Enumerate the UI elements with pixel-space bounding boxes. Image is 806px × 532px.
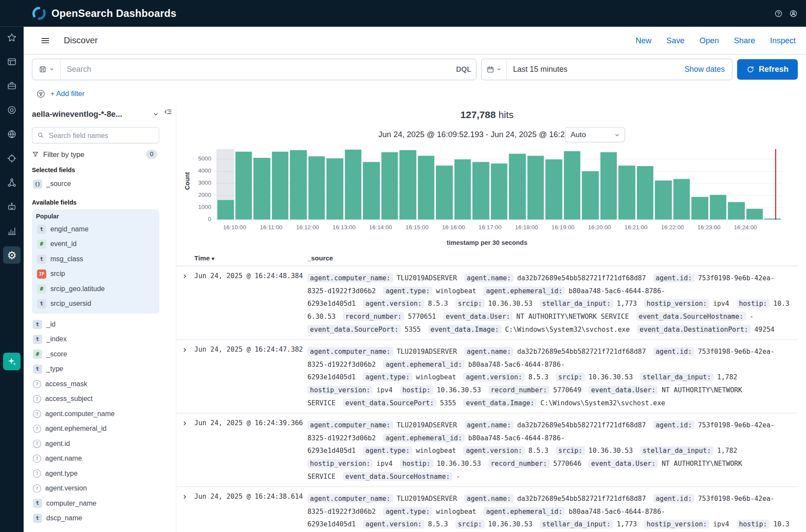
robot-icon[interactable] — [3, 198, 20, 215]
histogram-bar[interactable] — [710, 195, 726, 220]
histogram-bar[interactable] — [454, 160, 471, 220]
time-column-header[interactable]: Time ▾ — [194, 254, 214, 262]
field-item[interactable]: tmsg_class — [36, 251, 155, 266]
user-icon[interactable] — [787, 8, 799, 19]
histogram-bar[interactable] — [636, 166, 653, 220]
histogram-bar[interactable] — [655, 181, 672, 220]
field-item[interactable]: ?agent.computer_name — [32, 406, 160, 421]
sparkle-icon[interactable] — [3, 353, 20, 370]
field-item[interactable]: tdscp_name — [32, 510, 160, 525]
field-item[interactable]: ?agent.ephemeral_id — [32, 421, 160, 436]
doc-field-value: 8.5.3 — [428, 520, 448, 528]
histogram-bar[interactable] — [363, 162, 380, 219]
menu-hamburger-icon[interactable] — [40, 35, 51, 45]
filter-circle-icon[interactable] — [36, 89, 46, 99]
rings-icon[interactable] — [3, 101, 20, 119]
globe-icon[interactable] — [3, 125, 20, 143]
field-item[interactable]: ?agent.id — [32, 436, 160, 451]
saved-query-button[interactable] — [32, 59, 61, 80]
field-item[interactable]: IPsrcip — [36, 266, 155, 281]
index-pattern-selector[interactable]: aella-wineventlog-*-8e... — [32, 106, 160, 122]
app-nav-sidebar: ⚙ — [0, 27, 24, 532]
histogram-bar[interactable] — [473, 162, 489, 219]
histogram-bar[interactable] — [746, 208, 763, 219]
help-icon[interactable] — [773, 8, 784, 19]
field-search-input[interactable] — [48, 131, 154, 140]
gear-icon[interactable]: ⚙ — [3, 246, 20, 263]
header-icons — [773, 8, 799, 19]
histogram-bar[interactable] — [673, 179, 690, 220]
search-input[interactable] — [61, 65, 451, 74]
field-item[interactable]: ?agent.type — [32, 466, 160, 481]
share-button[interactable]: Share — [734, 36, 755, 45]
histogram-bar[interactable] — [728, 202, 745, 220]
network-icon[interactable] — [3, 174, 20, 191]
field-item[interactable]: tengid_name — [36, 221, 155, 236]
field-item[interactable]: #srcip_geo.latitude — [36, 281, 155, 296]
field-item[interactable]: #event_id — [36, 237, 155, 251]
field-item[interactable]: ?agent.version — [32, 481, 160, 496]
refresh-button[interactable]: Refresh — [737, 59, 798, 80]
collapse-sidebar-icon[interactable] — [163, 107, 172, 116]
expand-doc-icon[interactable] — [182, 420, 188, 426]
field-item[interactable]: t_index — [32, 332, 160, 346]
histogram-bar[interactable] — [527, 156, 544, 219]
field-item[interactable]: {}_source — [32, 176, 160, 191]
histogram-bar[interactable] — [308, 157, 325, 220]
field-item[interactable]: t_type — [32, 362, 160, 376]
crosshair-icon[interactable] — [3, 150, 20, 167]
field-item[interactable]: tcomputer_name — [32, 496, 160, 510]
doc-field-name: agent.name: — [464, 420, 513, 429]
field-item[interactable]: #_score — [32, 346, 160, 361]
histogram-bar[interactable] — [418, 156, 435, 219]
histogram-bar[interactable] — [691, 197, 708, 220]
doc-table-body: Jun 24, 2025 @ 16:24:48.384agent.compute… — [176, 266, 798, 532]
board-icon[interactable] — [3, 53, 20, 70]
field-item[interactable]: t_id — [32, 317, 160, 331]
histogram-bar[interactable] — [345, 150, 362, 219]
opensearch-logo-icon — [32, 6, 46, 20]
histogram-bar[interactable] — [600, 152, 617, 220]
field-type-badge: t — [33, 513, 42, 522]
save-button[interactable]: Save — [666, 36, 684, 45]
field-item[interactable]: ?access_subject — [32, 391, 160, 406]
expand-doc-icon[interactable] — [182, 494, 188, 500]
field-item[interactable]: ?agent.name — [32, 451, 160, 466]
bar-chart-icon[interactable] — [3, 222, 20, 240]
histogram-bar[interactable] — [326, 158, 343, 220]
histogram-bar[interactable] — [546, 160, 563, 220]
field-item[interactable]: tsrcip_usersid — [36, 296, 155, 311]
time-range-value[interactable]: Last 15 minutes — [507, 65, 684, 74]
histogram-bar[interactable] — [400, 151, 416, 220]
doc-field-name: agent.id: — [653, 420, 694, 429]
toolbox-icon[interactable] — [3, 77, 20, 94]
chevron-down-icon — [152, 111, 160, 118]
histogram-bar[interactable] — [491, 163, 508, 219]
histogram-bar[interactable] — [564, 151, 581, 220]
calendar-button[interactable] — [482, 59, 507, 80]
histogram-bar[interactable] — [618, 166, 635, 220]
histogram-bar[interactable] — [217, 200, 234, 220]
histogram-bar[interactable] — [582, 171, 599, 219]
open-button[interactable]: Open — [700, 36, 719, 45]
histogram-bar[interactable] — [509, 154, 526, 220]
interval-select[interactable]: Auto — [565, 127, 625, 143]
histogram-bar[interactable] — [290, 151, 307, 220]
histogram-bar[interactable] — [272, 151, 289, 219]
inspect-button[interactable]: Inspect — [770, 36, 796, 45]
histogram-bar[interactable] — [436, 166, 453, 220]
histogram-bar[interactable] — [254, 157, 271, 219]
histogram-bar[interactable] — [381, 152, 398, 220]
expand-doc-icon[interactable] — [182, 273, 188, 279]
brand[interactable]: OpenSearch Dashboards — [32, 6, 176, 20]
histogram-bar[interactable] — [235, 151, 252, 219]
show-dates-button[interactable]: Show dates — [684, 65, 725, 74]
new-button[interactable]: New — [636, 36, 652, 45]
star-icon[interactable] — [3, 29, 20, 46]
expand-doc-icon[interactable] — [182, 346, 188, 353]
add-filter-button[interactable]: + Add filter — [50, 90, 84, 98]
field-item[interactable]: ?access_mask — [32, 376, 160, 391]
filter-by-type-button[interactable]: Filter by type 0 — [32, 150, 160, 159]
query-language-button[interactable]: DQL — [451, 65, 476, 73]
y-axis-tick-label: 1000 — [176, 204, 211, 210]
